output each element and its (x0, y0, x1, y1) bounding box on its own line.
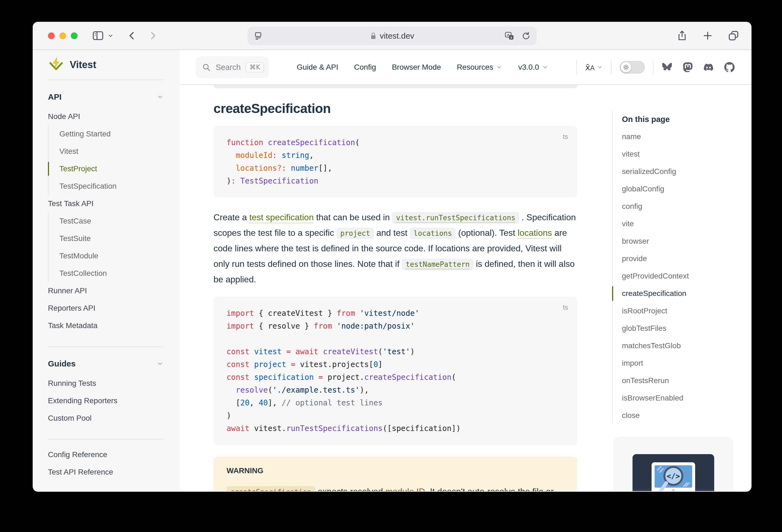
nav-item-browser-mode[interactable]: Browser Mode (392, 63, 441, 72)
theme-toggle[interactable] (620, 61, 645, 73)
toc-item-close[interactable]: close (622, 407, 740, 424)
address-bar[interactable]: vitest.dev Ax (248, 27, 536, 45)
code-line: function createSpecification( (226, 136, 564, 149)
code-scanner-illustration: </> (633, 454, 714, 491)
code-block-example: ts import { createVitest } from 'vitest/… (213, 296, 577, 445)
sidebar-item-reporters-api[interactable]: Reporters API (48, 299, 164, 317)
inline-code: createSpecification (226, 486, 315, 491)
forward-button[interactable] (147, 30, 158, 41)
toc-item-matchestestglob[interactable]: matchesTestGlob (622, 337, 740, 354)
minimize-window-button[interactable] (59, 32, 66, 39)
sidebar-item-node-api[interactable]: Node API (48, 108, 164, 125)
nav-item-label: v3.0.0 (518, 63, 539, 72)
site-logo[interactable]: Vitest (48, 50, 164, 79)
tab-overview-button[interactable] (727, 30, 740, 42)
toc-item-globtestfiles[interactable]: globTestFiles (622, 320, 740, 337)
nav-item-guide-api[interactable]: Guide & API (297, 63, 339, 72)
toc-item-provide[interactable]: provide (622, 250, 740, 268)
share-button[interactable] (676, 30, 688, 41)
lock-icon (370, 32, 377, 40)
code-line: [20, 40], // optional test lines (226, 396, 564, 409)
sidebar-item-task-metadata[interactable]: Task Metadata (48, 317, 164, 334)
sidebar-group: TestCaseTestSuiteTestModuleTestCollectio… (48, 212, 164, 282)
nav-item-resources[interactable]: Resources (457, 63, 503, 72)
toc-item-serializedconfig[interactable]: serializedConfig (622, 163, 740, 180)
code-line: ): TestSpecification (226, 175, 564, 187)
sidebar-toggle-button[interactable] (92, 29, 104, 42)
nav-item-label: Guide & API (297, 63, 339, 72)
sidebar-group: Getting StartedVitestTestProjectTestSpec… (48, 125, 164, 195)
search-button[interactable]: Search ⌘K (196, 56, 269, 78)
code-line: import { resolve } from 'node:path/posix… (226, 320, 564, 332)
toc-item-isbrowserenabled[interactable]: isBrowserEnabled (622, 389, 740, 407)
sidebar-item-test-api-reference[interactable]: Test API Reference (48, 463, 164, 481)
sidebar-section-guides[interactable]: Guides (48, 355, 164, 373)
chevron-down-icon (496, 64, 502, 71)
nav-item-config[interactable]: Config (354, 63, 376, 72)
sidebar-item-testsuite[interactable]: TestSuite (59, 230, 164, 247)
language-icon: x̄A (585, 62, 595, 72)
inline-link[interactable]: module ID (385, 487, 425, 491)
previous-code-block-cutoff (213, 85, 577, 88)
main-nav: Guide & APIConfigBrowser ModeResources v… (297, 63, 548, 72)
toc-item-vite[interactable]: vite (622, 215, 740, 233)
sidebar-item-testcase[interactable]: TestCase (59, 212, 164, 230)
sidebar-item-testproject[interactable]: TestProject (59, 160, 164, 178)
site-header: Search ⌘K Guide & APIConfigBrowser ModeR… (180, 50, 751, 85)
sidebar-divider (48, 346, 164, 347)
sidebar-item-extending-reporters[interactable]: Extending Reporters (48, 392, 164, 410)
toc-item-vitest[interactable]: vitest (622, 145, 740, 163)
code-line: const specification = project.createSpec… (226, 371, 564, 384)
mastodon-icon[interactable] (683, 62, 693, 72)
zoom-window-button[interactable] (71, 32, 78, 39)
inline-code: project (336, 227, 374, 239)
inline-link[interactable]: locations (518, 228, 552, 238)
doc-page: createSpecification ts function createSp… (180, 85, 751, 491)
toc-item-globalconfig[interactable]: globalConfig (622, 180, 740, 198)
sidebar-item-vitest[interactable]: Vitest (59, 143, 164, 160)
inline-link[interactable]: testNamePattern (402, 259, 473, 270)
code-line: moduleId: string, (226, 149, 564, 162)
sidebar-item-running-tests[interactable]: Running Tests (48, 375, 164, 392)
sidebar-item-config-reference[interactable]: Config Reference (48, 446, 164, 463)
sidebar-section-api[interactable]: API (48, 88, 164, 106)
github-icon[interactable] (724, 62, 735, 72)
toc-item-createspecification[interactable]: createSpecification (622, 285, 740, 302)
toc-item-ontestsrerun[interactable]: onTestsRerun (622, 372, 740, 389)
chevron-down-icon (157, 360, 164, 367)
sidebar-item-testmodule[interactable]: TestModule (59, 247, 164, 264)
back-button[interactable] (127, 30, 138, 41)
intro-paragraph: Create a test specification that can be … (213, 210, 577, 287)
language-switcher[interactable]: x̄A (585, 62, 603, 72)
inline-link[interactable]: test specification (249, 212, 314, 222)
sidebar-divider (48, 79, 164, 80)
sidebar-item-testcollection[interactable]: TestCollection (59, 264, 164, 282)
sidebar-menu-chevron[interactable] (107, 32, 114, 39)
close-window-button[interactable] (48, 32, 55, 39)
discord-icon[interactable] (703, 63, 714, 72)
toc-title: On this page (622, 110, 740, 128)
search-label: Search (216, 63, 241, 72)
nav-item-v3-0-0[interactable]: v3.0.0 (518, 63, 548, 72)
new-tab-button[interactable] (702, 30, 713, 41)
sponsor-widget[interactable]: </> (613, 437, 733, 491)
sidebar-item-testspecification[interactable]: TestSpecification (59, 178, 164, 195)
sidebar-item-getting-started[interactable]: Getting Started (59, 125, 164, 143)
inline-link[interactable]: vitest.runTestSpecifications (392, 212, 519, 224)
url-text: vitest.dev (248, 31, 536, 41)
chevron-down-icon (597, 64, 603, 70)
sidebar: Vitest API Node APIGetting StartedVitest… (33, 50, 180, 491)
toc-item-import[interactable]: import (622, 354, 740, 372)
toc-item-name[interactable]: name (622, 128, 740, 145)
bluesky-icon[interactable] (662, 62, 673, 72)
browser-toolbar: vitest.dev Ax (33, 22, 751, 50)
sidebar-item-test-task-api[interactable]: Test Task API (48, 195, 164, 212)
page-title: createSpecification (213, 101, 577, 116)
toc-item-getprovidedcontext[interactable]: getProvidedContext (622, 268, 740, 285)
toc-item-browser[interactable]: browser (622, 233, 740, 250)
sidebar-item-custom-pool[interactable]: Custom Pool (48, 410, 164, 427)
toc-item-isrootproject[interactable]: isRootProject (622, 302, 740, 320)
toc-item-config[interactable]: config (622, 198, 740, 215)
sidebar-item-runner-api[interactable]: Runner API (48, 282, 164, 299)
nav-item-label: Resources (457, 63, 493, 72)
